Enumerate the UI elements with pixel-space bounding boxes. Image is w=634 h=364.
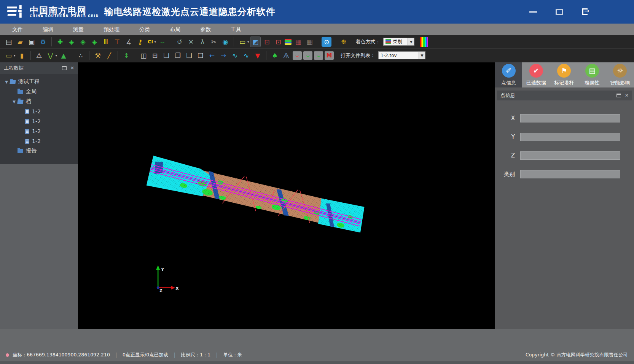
tree-item-test-project[interactable]: ▼测试工程 [0,77,78,87]
chevron-down-icon[interactable]: ▼ [408,38,414,45]
pan-move-icon[interactable]: ✚ [55,37,65,47]
sag-curve-red-icon[interactable]: ⌣ [293,51,302,60]
select-dotted-icon[interactable]: ⊡ [262,37,272,47]
coloring-mode-dropdown[interactable]: 类别 ▼ [383,38,414,46]
menu-item-layout[interactable]: 布局 [160,24,190,35]
tab-selected-data[interactable]: ✔已选数据 [522,62,550,87]
window-swap-1-icon[interactable]: ❑ [184,51,194,60]
open-folder-icon[interactable]: ▰ [15,37,25,47]
angle-measure-icon[interactable]: ∡ [124,37,134,47]
cut-scissors-icon[interactable]: ✂ [209,37,219,47]
select-move-icon[interactable]: ◩ [250,37,260,47]
warning-triangle-icon[interactable]: ⚠ [34,51,44,60]
open-file-list-dropdown[interactable]: 1-2.tov ▼ [378,51,425,59]
ci-classify-caret-icon[interactable]: ▾ [154,40,156,44]
menu-item-measure[interactable]: 测量 [63,24,94,35]
colorbar-icon[interactable] [420,37,428,47]
menu-item-edit[interactable]: 编辑 [33,24,63,35]
sag-curve-green-1-icon[interactable]: ⌣ [303,51,312,60]
visibility-eye-icon[interactable]: ◉ [220,37,230,47]
viewport-canvas[interactable]: Y X Z [78,62,495,329]
caret-down-icon[interactable]: ▼ [11,100,17,104]
menu-item-params[interactable]: 参数 [190,24,221,35]
catenary-icon[interactable]: ⌣ [158,37,167,47]
caret-down-icon[interactable]: ▼ [4,80,9,84]
key-tool-icon[interactable]: ⚷ [135,37,145,47]
profile-lines-icon[interactable]: Ⅲ [101,37,111,47]
grid-cursor-icon[interactable]: ▦ [304,37,314,47]
next-view-icon[interactable]: → [218,51,228,60]
menu-item-tools[interactable]: 工具 [221,24,251,35]
tree-item-span-3[interactable]: 1-2 [0,126,78,136]
profile-polyline-2-icon[interactable]: ∿ [241,51,251,60]
ci-classify-icon[interactable]: CI [147,37,154,47]
report-m-icon[interactable]: M [325,51,334,60]
node-link-icon[interactable]: ∴ [76,51,86,60]
menu-item-preprocess[interactable]: 预处理 [94,24,129,35]
rotate-diamond-1-icon[interactable]: ◈ [67,37,76,47]
menu-item-classify[interactable]: 分类 [129,24,160,35]
grid-dots-icon[interactable]: ▦ [293,37,303,47]
status-dot-icon [6,353,9,357]
exit-button[interactable]: → [581,8,589,16]
tree-item-global[interactable]: 全局 [0,87,78,97]
camera-icon[interactable]: ⊙ [322,37,331,47]
delete-cross-icon[interactable]: ✕ [186,37,196,47]
cascade-windows-icon[interactable]: ❏ [161,51,171,60]
maximize-button[interactable] [555,8,563,16]
y-input[interactable] [520,133,620,141]
new-window-icon[interactable]: ❐ [173,51,183,60]
pick-point-icon[interactable]: λ [198,37,207,47]
settings-gear-icon[interactable]: ⚙ [38,37,48,47]
chevron-down-icon[interactable]: ▼ [419,52,425,59]
z-input[interactable] [520,151,620,160]
tree-item-span-4[interactable]: 1-2 [0,136,78,146]
location-pin-icon[interactable]: ▼ [253,51,263,60]
prev-view-icon[interactable]: ← [207,51,217,60]
rotate-view-icon[interactable]: ↺ [175,37,185,47]
vector-direction-caret-icon[interactable]: ▾ [56,54,57,57]
close-panel-button[interactable]: ✕ [625,93,629,98]
clean-broom-icon[interactable]: ⚒ [93,51,103,60]
menu-item-file[interactable]: 文件 [2,24,33,35]
tab-span-properties[interactable]: ▤档属性 [578,62,606,87]
close-panel-button[interactable]: ✕ [70,65,74,71]
color-layers-icon[interactable] [285,39,292,45]
split-horizontal-icon[interactable]: ⊟ [150,51,160,60]
category-input[interactable] [520,170,620,178]
restore-panel-button[interactable] [616,94,621,97]
save-icon[interactable]: ▣ [27,37,37,47]
vector-direction-icon[interactable]: ⋁ [46,51,56,60]
select-point-icon[interactable]: ⊡ [273,37,283,47]
section-level-icon[interactable]: ↕ [121,51,131,60]
window-swap-2-icon[interactable]: ❒ [196,51,205,60]
height-measure-icon[interactable]: ⊤ [112,37,122,47]
tree-icon[interactable]: ♠ [270,51,280,60]
restore-panel-button[interactable] [62,66,67,70]
rect-select-icon[interactable]: ▭ [237,37,247,47]
tree-item-report[interactable]: 报告 [0,146,78,156]
profile-polyline-1-icon[interactable]: ∿ [230,51,240,60]
tree-item-span-2[interactable]: 1-2 [0,116,78,126]
tower-triangle-icon[interactable]: ▲ [59,51,68,60]
tab-point-info[interactable]: ✐点信息 [495,62,522,87]
x-input[interactable] [520,114,620,122]
split-vertical-icon[interactable]: ◫ [139,51,148,60]
rotate-diamond-3-icon[interactable]: ◈ [89,37,99,47]
palette-icon[interactable]: ❉ [339,37,349,47]
rotate-diamond-2-icon[interactable]: ◈ [78,37,88,47]
pylon-icon[interactable]: Ѧ [281,51,291,60]
block-mode-icon[interactable]: ▭ [4,51,14,60]
rect-select-caret-icon[interactable]: ▾ [247,40,249,44]
ruler-vertical-icon[interactable]: ▮ [17,51,27,60]
new-file-icon[interactable]: ▤ [4,37,14,47]
toolbar-separator [234,37,234,46]
tree-item-span-1[interactable]: 1-2 [0,106,78,116]
block-mode-caret-icon[interactable]: ▾ [14,54,16,57]
sag-curve-green-2-icon[interactable]: ⌣ [314,51,323,60]
tab-mark-tower[interactable]: ⚑标记塔杆 [550,62,578,87]
tab-smart-impact[interactable]: ☼智能影响 [606,62,634,87]
minimize-button[interactable] [529,8,537,16]
ruler-diagonal-icon[interactable]: ╱ [104,51,114,60]
tree-item-span-group[interactable]: ▼档 [0,97,78,106]
